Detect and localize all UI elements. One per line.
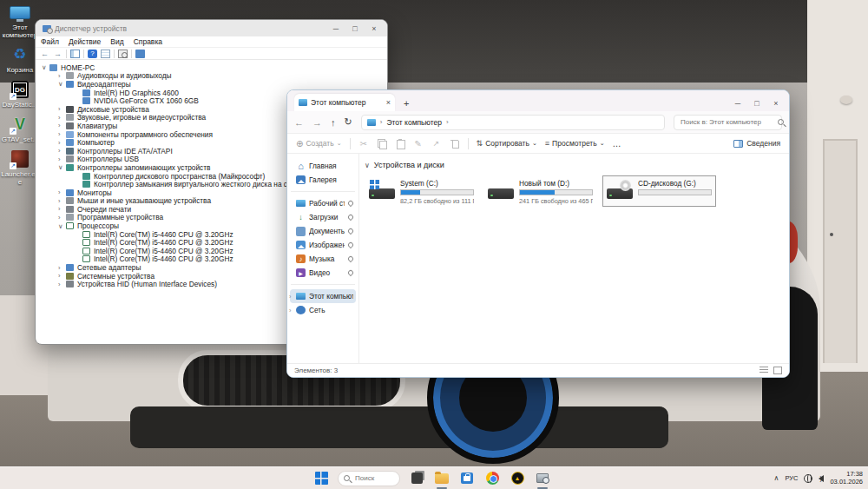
tray-chevron-icon[interactable]: ∧ (774, 474, 779, 482)
tree-expander-icon[interactable] (58, 188, 66, 196)
taskbar-app[interactable] (433, 470, 450, 487)
clock[interactable]: 17:38 03.01.2026 (830, 471, 863, 486)
cut-icon[interactable] (358, 138, 369, 149)
device-tree-row[interactable]: Аудиовходы и аудиовыходы (36, 72, 386, 81)
details-button[interactable]: Сведения (733, 139, 780, 148)
remote-icon[interactable] (135, 50, 145, 58)
chevron-down-icon[interactable]: ∨ (365, 162, 370, 169)
explorer-search-box[interactable] (674, 115, 782, 130)
sidebar-item[interactable]: Главная (290, 159, 356, 173)
menu-item[interactable]: Файл (41, 37, 59, 46)
refresh-button[interactable]: ↻ (345, 116, 352, 128)
sidebar-item[interactable]: Видео (290, 266, 356, 280)
delete-icon[interactable] (450, 138, 460, 149)
sidebar-item[interactable]: Музыка (290, 252, 356, 266)
menu-item[interactable]: Действие (69, 37, 101, 46)
menu-item[interactable]: Справка (134, 37, 162, 46)
explorer-tab[interactable]: Этот компьютер × (294, 94, 395, 111)
sidebar-item[interactable]: Документы (290, 224, 356, 238)
tree-expander-icon[interactable] (58, 197, 66, 205)
minimize-button[interactable]: ─ (728, 99, 747, 108)
sidebar-item[interactable]: Галерея (290, 173, 356, 187)
sidebar-item[interactable]: Загрузки (290, 210, 356, 224)
chevron-right-icon[interactable]: › (289, 307, 291, 314)
back-icon[interactable] (40, 50, 49, 58)
taskbar-app[interactable] (509, 470, 526, 487)
tree-expander-icon[interactable] (42, 63, 49, 71)
copy-icon[interactable] (377, 138, 387, 149)
tree-expander-icon[interactable] (58, 163, 66, 171)
sort-button[interactable]: ⇅ Сортировать ⌄ (477, 139, 537, 148)
tree-expander-icon[interactable] (58, 80, 66, 88)
search-input[interactable] (679, 117, 778, 127)
properties-icon[interactable] (101, 50, 110, 58)
tab-close-icon[interactable]: × (386, 98, 391, 107)
new-button[interactable]: ⊕ Создать ⌄ (296, 139, 342, 149)
documents-icon (296, 227, 306, 236)
help-icon[interactable] (88, 50, 97, 58)
scan-icon[interactable] (118, 50, 128, 58)
maximize-button[interactable]: □ (747, 99, 766, 108)
address-bar[interactable]: › Этот компьютер › (361, 115, 665, 130)
close-button[interactable]: × (766, 99, 786, 108)
forward-button[interactable]: → (312, 117, 322, 128)
paste-icon[interactable] (395, 138, 405, 149)
sidebar-item[interactable]: Изображения (290, 238, 356, 252)
panel-icon[interactable] (70, 50, 80, 58)
new-tab-button[interactable]: + (404, 98, 409, 109)
tree-expander-icon[interactable] (58, 122, 66, 129)
tree-expander-icon[interactable] (58, 205, 66, 213)
tree-expander-icon[interactable] (58, 155, 66, 163)
breadcrumb-separator[interactable]: › (446, 118, 449, 126)
details-view-icon[interactable] (760, 367, 768, 374)
details-pane-icon (733, 140, 743, 148)
device-manager-titlebar[interactable]: Диспетчер устройств ─ □ × (36, 20, 387, 36)
taskbar-app[interactable] (458, 470, 476, 487)
tree-expander-icon[interactable] (58, 130, 66, 138)
menu-item[interactable]: Вид (110, 37, 123, 46)
close-button[interactable]: × (365, 24, 384, 33)
volume-icon[interactable] (819, 475, 824, 482)
large-icons-view-icon[interactable] (773, 367, 782, 374)
network-icon[interactable] (804, 474, 812, 483)
tree-expander-icon[interactable] (58, 147, 66, 155)
drive-tile[interactable]: Новый том (D:) 241 ГБ свободно из 465 ГБ (483, 175, 597, 207)
minimize-button[interactable]: ─ (326, 24, 345, 33)
tree-expander-icon[interactable] (58, 105, 66, 113)
more-button[interactable]: … (613, 139, 622, 149)
tree-expander-icon[interactable] (58, 222, 66, 230)
chevron-right-icon[interactable]: › (289, 294, 291, 300)
taskbar-search[interactable] (338, 471, 400, 486)
share-icon[interactable] (431, 138, 442, 149)
drive-tile[interactable]: System (C:) 82,2 ГБ свободно из 111 ГБ (365, 175, 478, 207)
computer-icon (49, 64, 57, 71)
taskbar-search-input[interactable] (353, 473, 394, 483)
tree-expander-icon[interactable] (58, 281, 66, 288)
explorer-tabbar[interactable]: Этот компьютер × + ─ □ × (287, 90, 789, 111)
tree-expander-icon[interactable] (58, 139, 66, 147)
back-button[interactable]: ← (294, 117, 304, 128)
taskbar-app[interactable] (408, 470, 425, 487)
maximize-button[interactable]: □ (345, 24, 365, 33)
forward-icon[interactable] (53, 50, 62, 58)
device-tree-row[interactable]: HOME-PC (36, 63, 386, 72)
up-button[interactable]: ↑ (331, 117, 336, 128)
tree-expander-icon[interactable] (58, 272, 66, 280)
start-button[interactable] (312, 470, 330, 487)
language-indicator[interactable]: РУС (785, 474, 798, 482)
taskbar-app[interactable] (483, 470, 501, 487)
rename-icon[interactable] (413, 138, 424, 149)
sidebar-item[interactable]: Рабочий стол (290, 196, 356, 210)
taskbar-app[interactable] (534, 470, 551, 487)
sidebar-item[interactable]: › Этот компьютер (290, 289, 356, 303)
breadcrumb[interactable]: Этот компьютер (386, 118, 442, 127)
device-tree-row[interactable]: Видеоадаптеры (36, 80, 386, 89)
tree-expander-icon[interactable] (58, 264, 66, 272)
tree-expander-icon[interactable] (58, 114, 66, 122)
sidebar-item[interactable]: › Сеть (290, 303, 356, 317)
drive-tile[interactable]: CD-дисковод (G:) (602, 175, 716, 207)
section-header[interactable]: ∨ Устройства и диски (365, 161, 789, 169)
tree-expander-icon[interactable] (58, 72, 66, 80)
tree-expander-icon[interactable] (58, 214, 66, 221)
view-button[interactable]: ≡ Просмотреть ⌄ (545, 139, 605, 148)
